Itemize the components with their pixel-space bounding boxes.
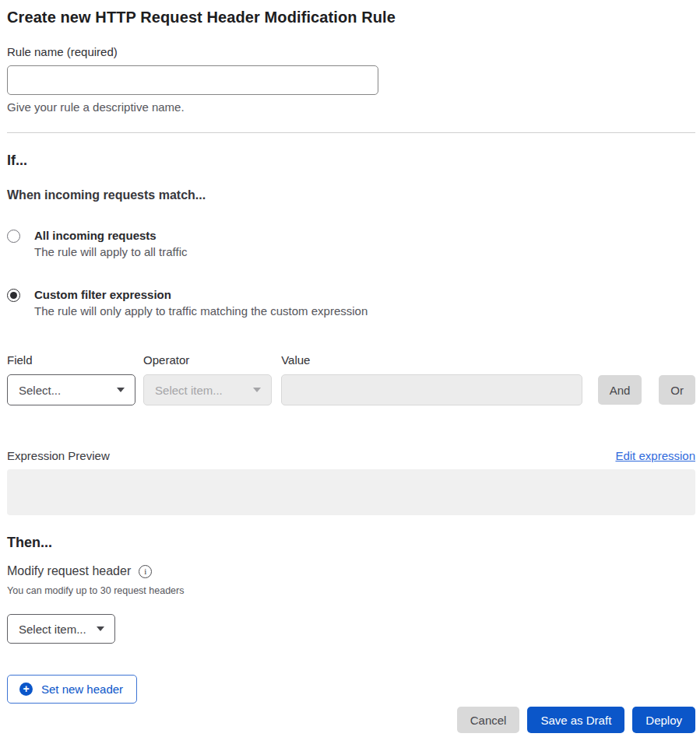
footer-actions: Cancel Save as Draft Deploy — [7, 707, 695, 733]
save-as-draft-button[interactable]: Save as Draft — [527, 707, 624, 733]
chevron-down-icon — [253, 388, 261, 392]
info-icon[interactable]: i — [139, 565, 152, 578]
operator-select-value: Select item... — [155, 384, 223, 397]
radio-description-custom-filter-expression: The rule will only apply to traffic matc… — [34, 304, 368, 318]
chevron-down-icon — [97, 626, 104, 631]
radio-button-custom-filter-expression[interactable] — [7, 289, 20, 302]
section-divider — [7, 132, 695, 133]
rule-name-label: Rule name (required) — [7, 45, 695, 58]
edit-expression-link[interactable]: Edit expression — [615, 449, 695, 462]
set-new-header-label: Set new header — [41, 683, 123, 696]
modify-header-help: You can modify up to 30 request headers — [7, 585, 695, 596]
radio-button-all-incoming-requests[interactable] — [7, 230, 20, 243]
header-action-select[interactable]: Select item... — [7, 614, 115, 644]
field-label: Field — [7, 353, 135, 367]
plus-icon: + — [19, 683, 33, 696]
chevron-down-icon — [117, 388, 125, 392]
field-select[interactable]: Select... — [7, 374, 135, 405]
value-input — [281, 374, 582, 405]
match-options: All incoming requests The rule will appl… — [7, 229, 695, 318]
if-heading: If... — [7, 153, 695, 169]
operator-select: Select item... — [143, 374, 272, 405]
and-button[interactable]: And — [598, 375, 642, 405]
then-heading: Then... — [7, 535, 695, 551]
cancel-button[interactable]: Cancel — [457, 707, 520, 733]
rule-name-input[interactable] — [7, 65, 378, 95]
value-label: Value — [281, 353, 582, 367]
expression-builder-row: Field Select... Operator Select item... … — [7, 353, 695, 405]
radio-option-all-incoming-requests[interactable]: All incoming requests The rule will appl… — [7, 229, 695, 258]
radio-description-all-incoming-requests: The rule will apply to all traffic — [34, 245, 187, 258]
deploy-button[interactable]: Deploy — [632, 707, 695, 733]
modify-request-header-row: Modify request header i — [7, 564, 695, 578]
operator-label: Operator — [143, 353, 272, 367]
create-rule-page: Create new HTTP Request Header Modificat… — [0, 0, 700, 744]
expression-preview-header: Expression Preview Edit expression — [7, 449, 695, 462]
expression-preview-box — [7, 469, 695, 515]
field-select-value: Select... — [19, 384, 61, 397]
modify-request-header-label: Modify request header — [7, 564, 131, 578]
rule-name-block: Rule name (required) Give your rule a de… — [7, 45, 695, 114]
radio-label-all-incoming-requests: All incoming requests — [34, 229, 187, 242]
radio-label-custom-filter-expression: Custom filter expression — [34, 288, 368, 301]
or-button[interactable]: Or — [659, 375, 695, 405]
radio-option-custom-filter-expression[interactable]: Custom filter expression The rule will o… — [7, 288, 695, 318]
set-new-header-button[interactable]: + Set new header — [7, 675, 137, 704]
rule-name-help: Give your rule a descriptive name. — [7, 100, 695, 114]
page-title: Create new HTTP Request Header Modificat… — [7, 9, 695, 26]
expression-preview-label: Expression Preview — [7, 449, 110, 462]
match-subheading: When incoming requests match... — [7, 188, 695, 202]
header-action-select-value: Select item... — [19, 623, 86, 636]
